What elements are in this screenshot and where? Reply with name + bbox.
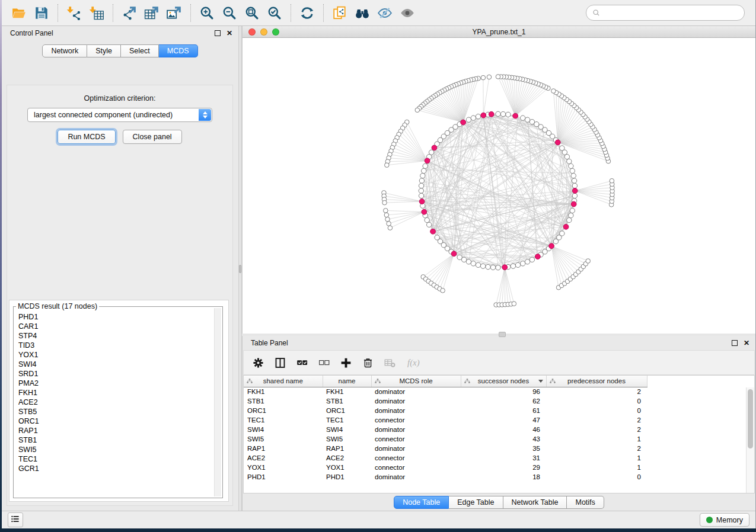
table-row[interactable]: ORC1ORC1dominator610 bbox=[244, 406, 647, 415]
mcds-result-item[interactable]: SWI5 bbox=[15, 445, 213, 454]
mcds-result-box: MCDS result (17 nodes) PHD1CAR1STP4TID3Y… bbox=[9, 300, 229, 502]
mcds-result-item[interactable]: RAP1 bbox=[15, 426, 213, 435]
app-window: Control Panel ✕ NetworkStyleSelectMCDS O… bbox=[2, 0, 756, 528]
mcds-result-item[interactable]: YOX1 bbox=[15, 350, 213, 360]
import-table-button[interactable] bbox=[85, 3, 108, 23]
mcds-panel: Optimization criterion: largest connecte… bbox=[7, 85, 233, 506]
mcds-result-item[interactable]: STP4 bbox=[15, 331, 213, 341]
export-table-button[interactable] bbox=[141, 3, 163, 23]
mcds-result-item[interactable]: TEC1 bbox=[15, 454, 213, 464]
control-panel-float-button[interactable] bbox=[215, 30, 221, 36]
function-button[interactable]: f(x) bbox=[406, 357, 426, 369]
memory-button[interactable]: Memory bbox=[700, 513, 749, 527]
mcds-result-item[interactable]: GCR1 bbox=[15, 464, 213, 473]
deselect-all-button[interactable] bbox=[318, 357, 330, 369]
column-header-MCDS-role[interactable]: MCDS role bbox=[371, 376, 461, 387]
mcds-result-scrollbar[interactable] bbox=[214, 308, 221, 496]
mcds-result-item[interactable]: STB5 bbox=[15, 407, 213, 416]
mcds-result-item[interactable]: ORC1 bbox=[15, 416, 213, 426]
select-all-button[interactable] bbox=[296, 357, 308, 369]
tab-mcds[interactable]: MCDS bbox=[159, 44, 198, 57]
table-panel-float-button[interactable] bbox=[732, 340, 738, 346]
column-header-name[interactable]: name bbox=[323, 376, 371, 387]
save-icon bbox=[34, 5, 49, 21]
first-neighbors-button[interactable] bbox=[351, 3, 374, 23]
add-button[interactable] bbox=[340, 357, 352, 369]
show-all-button[interactable] bbox=[396, 3, 419, 23]
table-tab-network-table[interactable]: Network Table bbox=[503, 496, 567, 509]
delete-icon bbox=[362, 357, 374, 369]
zoom-selected-button[interactable] bbox=[263, 3, 286, 23]
task-history-button[interactable] bbox=[8, 512, 23, 527]
import-network-button[interactable] bbox=[63, 3, 85, 23]
tab-network[interactable]: Network bbox=[42, 44, 87, 57]
mcds-result-item[interactable]: SWI4 bbox=[15, 360, 213, 369]
tab-style[interactable]: Style bbox=[87, 44, 121, 57]
mcds-result-item[interactable]: FKH1 bbox=[15, 388, 213, 398]
table-tab-node-table[interactable]: Node Table bbox=[394, 496, 449, 509]
main-area: Control Panel ✕ NetworkStyleSelectMCDS O… bbox=[2, 26, 755, 511]
column-type-icon bbox=[549, 378, 556, 385]
mcds-result-item[interactable]: PMA2 bbox=[15, 379, 213, 388]
right-area: YPA_prune.txt_1 Table Panel ✕ bbox=[242, 26, 755, 511]
horizontal-splitter-handle[interactable] bbox=[499, 332, 506, 337]
table-row[interactable]: ACE2ACE2connector311 bbox=[244, 453, 647, 463]
delete-table-button[interactable] bbox=[384, 357, 396, 369]
open-button[interactable] bbox=[8, 3, 30, 23]
table-row[interactable]: SWI4SWI4dominator462 bbox=[244, 425, 647, 434]
gear-button[interactable] bbox=[252, 357, 264, 369]
node-table-area: shared namenameMCDS rolesuccessor nodesp… bbox=[243, 375, 755, 493]
zoom-fit-button[interactable] bbox=[241, 3, 263, 23]
search-input[interactable] bbox=[604, 9, 739, 17]
column-type-icon bbox=[464, 378, 471, 385]
clone-network-button[interactable] bbox=[328, 3, 351, 23]
refresh-button[interactable] bbox=[296, 3, 318, 23]
table-panel-close-button[interactable]: ✕ bbox=[744, 339, 749, 347]
control-panel-close-button[interactable]: ✕ bbox=[227, 30, 232, 37]
vertical-splitter-handle[interactable] bbox=[239, 265, 241, 273]
network-canvas[interactable] bbox=[243, 38, 755, 334]
table-scrollbar-thumb[interactable] bbox=[748, 389, 753, 448]
column-header-successor-nodes[interactable]: successor nodes bbox=[461, 376, 546, 387]
export-image-button[interactable] bbox=[163, 3, 186, 23]
open-icon bbox=[11, 5, 27, 21]
close-panel-button[interactable]: Close panel bbox=[123, 130, 182, 144]
table-row[interactable]: TEC1TEC1connector472 bbox=[244, 415, 647, 425]
delete-button[interactable] bbox=[362, 357, 374, 369]
table-tab-edge-table[interactable]: Edge Table bbox=[449, 496, 503, 509]
table-row[interactable]: PHD1PHD1dominator180 bbox=[244, 472, 647, 482]
tab-select[interactable]: Select bbox=[121, 44, 159, 57]
table-panel-header: Table Panel ✕ bbox=[243, 336, 755, 350]
mcds-result-item[interactable]: STB1 bbox=[15, 435, 213, 445]
table-row[interactable]: RAP1RAP1dominator352 bbox=[244, 444, 647, 453]
network-window-title: YPA_prune.txt_1 bbox=[243, 28, 755, 36]
vertical-splitter[interactable] bbox=[238, 26, 242, 511]
import-network-icon bbox=[66, 5, 82, 21]
hide-selected-button[interactable] bbox=[374, 3, 396, 23]
mcds-result-item[interactable]: SRD1 bbox=[15, 369, 213, 379]
mcds-result-item[interactable]: ACE2 bbox=[15, 398, 213, 407]
zoom-in-button[interactable] bbox=[196, 3, 218, 23]
optimization-criterion-select[interactable]: largest connected component (undirected) bbox=[27, 108, 212, 122]
zoom-out-button[interactable] bbox=[218, 3, 241, 23]
mcds-result-item[interactable]: PHD1 bbox=[15, 312, 213, 322]
columns-button[interactable] bbox=[274, 357, 286, 369]
run-mcds-button[interactable]: Run MCDS bbox=[58, 130, 115, 144]
mcds-result-item[interactable]: TID3 bbox=[15, 341, 213, 350]
table-row[interactable]: YOX1YOX1connector291 bbox=[244, 463, 647, 472]
status-bar: Memory bbox=[2, 511, 755, 528]
first-neighbors-icon bbox=[355, 5, 370, 21]
table-toolbar: f(x) bbox=[243, 350, 755, 375]
table-tab-motifs[interactable]: Motifs bbox=[567, 496, 604, 509]
table-row[interactable]: SWI5SWI5connector431 bbox=[244, 434, 647, 444]
column-header-predecessor-nodes[interactable]: predecessor nodes bbox=[546, 376, 647, 387]
table-scrollbar[interactable] bbox=[746, 387, 754, 493]
column-header-shared-name[interactable]: shared name bbox=[244, 376, 323, 387]
memory-status-icon bbox=[706, 517, 713, 523]
table-row[interactable]: FKH1FKH1dominator962 bbox=[244, 387, 647, 396]
horizontal-splitter[interactable] bbox=[242, 334, 755, 336]
mcds-result-item[interactable]: CAR1 bbox=[15, 322, 213, 331]
save-button[interactable] bbox=[30, 3, 53, 23]
export-network-button[interactable] bbox=[118, 3, 141, 23]
table-row[interactable]: STB1STB1dominator620 bbox=[244, 396, 647, 406]
